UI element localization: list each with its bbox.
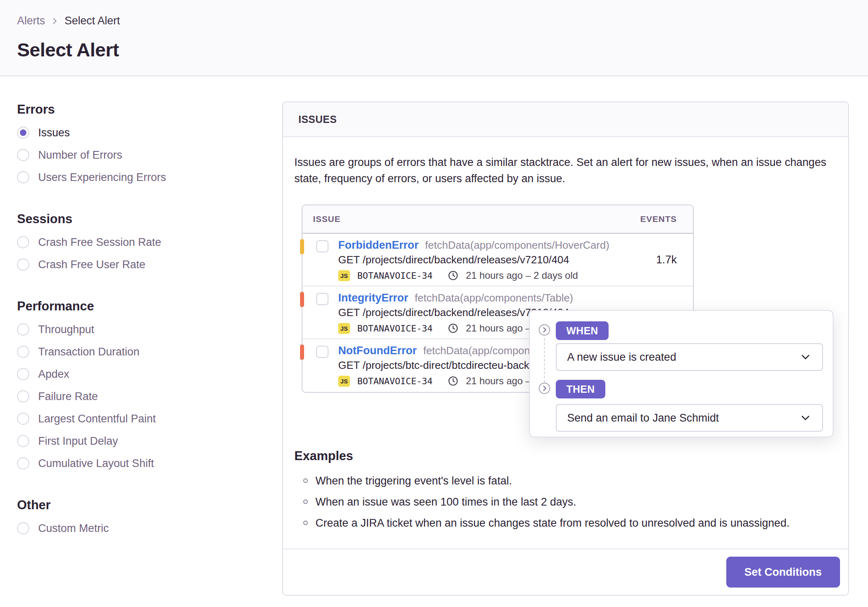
issue-checkbox[interactable] [316,240,328,252]
javascript-platform-icon: JS [338,323,350,334]
radio-option-crash-free-user-rate[interactable]: Crash Free User Rate [17,258,266,271]
radio-label: Number of Errors [38,149,122,161]
sidebar-section-errors: Errors Issues Number of Errors Users Exp… [17,102,266,184]
radio-option-issues[interactable]: Issues [17,126,266,140]
issue-short-id: BOTANAVOICE-34 [357,271,432,281]
issue-culprit: fetchData(app/components/Table) [415,291,573,304]
alert-type-sidebar: Errors Issues Number of Errors Users Exp… [17,76,266,596]
chevron-circle-icon [538,324,551,338]
sidebar-section-other: Other Custom Metric [17,498,266,535]
when-badge: WHEN [556,321,609,340]
breadcrumb-alerts-link[interactable]: Alerts [17,15,45,27]
radio-label: Cumulative Layout Shift [38,457,154,470]
issue-checkbox[interactable] [316,293,328,305]
javascript-platform-icon: JS [338,270,350,281]
issue-culprit: fetchData(app/components/HoverCard) [425,239,609,252]
radio-icon [17,149,29,161]
panel-header-label: ISSUES [298,114,337,125]
radio-option-custom-metric[interactable]: Custom Metric [17,521,266,535]
radio-option-largest-contentful-paint[interactable]: Largest Contentful Paint [17,412,266,426]
page-title: Select Alert [17,39,851,61]
radio-label: Crash Free User Rate [38,258,145,271]
when-select[interactable]: A new issue is created [556,343,823,371]
radio-icon [17,258,29,271]
events-count: 1.7k [656,254,677,266]
radio-option-cumulative-layout-shift[interactable]: Cumulative Layout Shift [17,456,266,470]
column-issue: ISSUE [313,214,341,224]
chevron-right-icon [51,17,59,25]
issues-description: Issues are groups of errors that have a … [294,154,833,187]
issue-title-link[interactable]: NotFoundError [338,344,417,357]
clock-icon [448,323,458,334]
radio-icon [17,435,29,447]
radio-label: Failure Rate [38,390,98,403]
chevron-down-icon [799,412,812,424]
clock-icon [448,270,458,281]
sidebar-section-performance: Performance Throughput Transaction Durat… [17,299,266,470]
examples-list: When the triggering event's level is fat… [294,474,833,530]
radio-icon [17,390,29,403]
javascript-platform-icon: JS [338,376,350,387]
section-heading: Performance [17,299,266,314]
radio-icon [17,346,29,358]
radio-icon [17,413,29,425]
radio-option-first-input-delay[interactable]: First Input Delay [17,434,266,448]
radio-option-apdex[interactable]: Apdex [17,367,266,381]
then-select-value: Send an email to Jane Schmidt [567,412,719,424]
radio-icon [17,368,29,380]
radio-option-failure-rate[interactable]: Failure Rate [17,390,266,403]
radio-label: First Input Delay [38,435,118,448]
issue-short-id: BOTANAVOICE-34 [357,323,432,334]
section-heading: Other [17,498,266,512]
then-select[interactable]: Send an email to Jane Schmidt [556,404,823,432]
bullet-icon [303,521,308,525]
then-badge: THEN [556,380,605,398]
radio-label: Custom Metric [38,522,109,535]
radio-icon [17,323,29,336]
when-select-value: A new issue is created [567,351,676,364]
issue-request: GET /projects/direct/backend/releases/v7… [338,254,632,266]
column-events: EVENTS [640,214,677,224]
radio-option-throughput[interactable]: Throughput [17,323,266,336]
radio-option-number-of-errors[interactable]: Number of Errors [17,148,266,162]
example-item: When an issue was seen 100 times in the … [303,495,833,509]
breadcrumb-current: Select Alert [65,15,120,27]
radio-label: Issues [38,127,70,139]
radio-label: Throughput [38,323,94,336]
radio-label: Users Experiencing Errors [38,171,166,184]
level-indicator [300,239,304,254]
radio-label: Transaction Duration [38,346,140,358]
issues-panel: ISSUES Issues are groups of errors that … [282,101,849,596]
radio-label: Crash Free Session Rate [38,236,161,249]
breadcrumb: Alerts Select Alert [17,15,851,27]
sidebar-section-sessions: Sessions Crash Free Session Rate Crash F… [17,212,266,271]
radio-option-transaction-duration[interactable]: Transaction Duration [17,345,266,359]
issue-row: ForbiddenError fetchData(app/components/… [302,234,693,286]
radio-option-users-experiencing-errors[interactable]: Users Experiencing Errors [17,170,266,184]
content: Errors Issues Number of Errors Users Exp… [0,76,868,596]
issue-title-link[interactable]: IntegrityError [338,291,408,304]
step-connector [544,338,545,382]
bullet-icon [303,499,308,504]
clock-icon [448,376,458,386]
radio-selected-icon [17,127,29,139]
section-heading: Sessions [17,212,266,226]
example-item: Create a JIRA ticket when an issue chang… [303,516,833,530]
panel-footer: Set Conditions [283,549,848,595]
level-indicator [300,292,304,307]
chevron-circle-icon [538,382,551,396]
when-then-popover: WHEN A new issue is created THEN Send an… [529,310,833,437]
radio-option-crash-free-session-rate[interactable]: Crash Free Session Rate [17,235,266,249]
issue-checkbox[interactable] [316,346,328,358]
issue-title-link[interactable]: ForbiddenError [338,239,419,252]
table-header: ISSUE EVENTS [302,205,693,234]
issue-age: 21 hours ago – 2 days old [466,270,578,281]
examples-heading: Examples [294,449,833,463]
page-header: Alerts Select Alert Select Alert [0,0,868,76]
bullet-icon [303,478,308,483]
level-indicator [300,344,304,360]
section-heading: Errors [17,102,266,117]
issue-short-id: BOTANAVOICE-34 [357,376,432,386]
example-item: When the triggering event's level is fat… [303,474,833,488]
set-conditions-button[interactable]: Set Conditions [726,557,840,588]
